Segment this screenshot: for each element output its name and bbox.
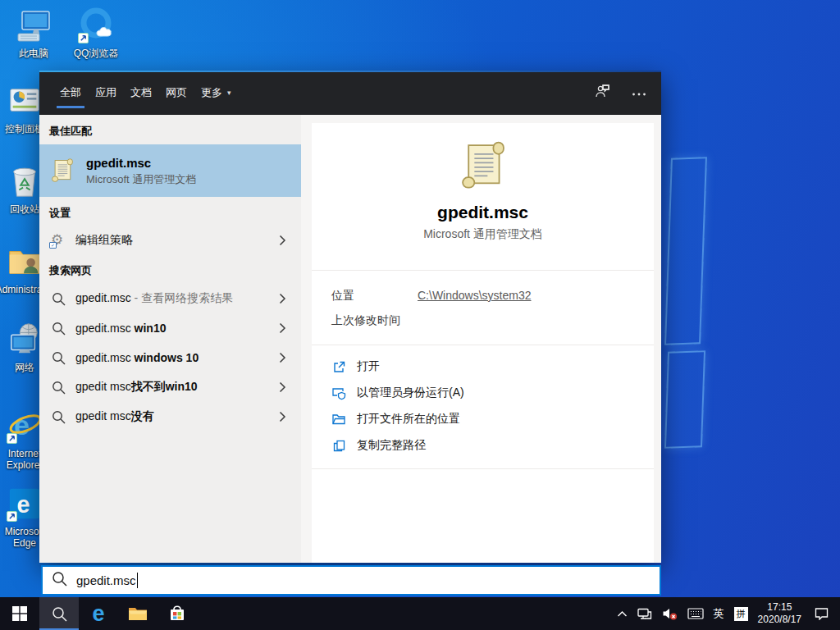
preview-pane: gpedit.msc Microsoft 通用管理文档 位置 C:\Window… — [301, 115, 661, 563]
action-open[interactable]: 打开 — [312, 354, 654, 380]
desktop-icon-label: 网络 — [15, 362, 34, 373]
touch-keyboard-icon[interactable] — [682, 597, 709, 630]
action-copy-full-path[interactable]: 复制完整路径 — [312, 432, 654, 459]
ime-language-indicator[interactable]: 英 — [709, 597, 729, 630]
wallpaper-light-beam — [664, 157, 707, 345]
internet-explorer-icon: e — [6, 407, 43, 445]
action-center-icon[interactable] — [806, 597, 840, 630]
best-match-result[interactable]: gpedit.msc Microsoft 通用管理文档 — [39, 144, 301, 197]
chevron-down-icon: ▾ — [227, 89, 231, 97]
folder-icon — [331, 413, 346, 426]
tray-expand-icon[interactable] — [612, 597, 632, 630]
search-icon — [52, 571, 67, 590]
taskbar-edge-button[interactable]: e — [79, 597, 118, 630]
preview-subtitle: Microsoft 通用管理文档 — [423, 227, 542, 242]
qq-browser-icon — [77, 7, 115, 44]
desktop-icon-label: QQ浏览器 — [74, 48, 119, 59]
microsoft-store-icon — [168, 605, 186, 623]
best-match-title: gpedit.msc — [86, 155, 196, 171]
settings-header: 设置 — [39, 197, 301, 226]
chevron-right-icon[interactable] — [279, 235, 286, 246]
text-caret — [137, 573, 139, 588]
tab-documents[interactable]: 文档 — [130, 71, 152, 115]
microsoft-edge-icon: e — [6, 485, 43, 523]
settings-result-edit-group-policy[interactable]: ⚙✓ 编辑组策略 — [39, 226, 301, 254]
tab-more[interactable]: 更多 ▾ — [201, 71, 231, 115]
search-icon — [50, 292, 66, 306]
chevron-right-icon[interactable] — [279, 381, 286, 393]
search-tabs-bar: 全部 应用 文档 网页 更多 ▾ — [39, 71, 661, 115]
taskbar-search-button[interactable] — [39, 597, 79, 630]
action-run-as-admin[interactable]: 以管理员身份运行(A) — [312, 380, 654, 406]
tab-apps[interactable]: 应用 — [95, 71, 116, 115]
desktop-icon-this-pc[interactable]: 此电脑 — [7, 7, 61, 59]
msc-document-icon — [49, 158, 75, 184]
control-panel-icon — [6, 82, 43, 120]
network-icon — [6, 321, 43, 358]
preview-title: gpedit.msc — [437, 203, 528, 222]
web-suggestion[interactable]: gpedit.msc - 查看网络搜索结果 — [39, 284, 301, 313]
search-icon — [50, 410, 66, 424]
ime-mode-indicator[interactable]: 拼 — [729, 597, 753, 630]
start-button[interactable] — [0, 597, 39, 630]
settings-result-label: 编辑组策略 — [75, 233, 133, 248]
screen: { "icons": { "caret_down": "▾", "edge_le… — [0, 0, 840, 630]
taskbar-file-explorer-button[interactable] — [118, 597, 158, 630]
taskbar-store-button[interactable] — [158, 597, 197, 630]
clock-time: 17:15 — [758, 601, 801, 614]
wallpaper-light-beam — [664, 350, 705, 449]
this-pc-icon — [15, 7, 52, 44]
taskbar: e 英 拼 — [0, 597, 840, 630]
best-match-header: 最佳匹配 — [39, 115, 301, 144]
web-suggestion[interactable]: gpedit msc没有 — [39, 402, 301, 431]
shortcut-arrow-icon — [78, 33, 89, 43]
shortcut-arrow-icon — [7, 511, 17, 522]
file-explorer-icon — [128, 605, 148, 622]
chevron-right-icon[interactable] — [279, 411, 286, 422]
edge-icon: e — [92, 603, 104, 625]
system-tray: 英 拼 17:15 2020/8/17 — [612, 597, 840, 630]
recycle-bin-icon — [6, 162, 43, 200]
web-search-header: 搜索网页 — [39, 254, 301, 284]
location-label: 位置 — [331, 289, 418, 304]
shortcut-arrow-icon — [7, 433, 17, 444]
web-suggestion[interactable]: gpedit msc找不到win10 — [39, 372, 301, 402]
chevron-right-icon[interactable] — [279, 293, 286, 304]
svg-text:e: e — [16, 491, 30, 518]
copy-icon — [331, 439, 346, 453]
search-icon — [50, 351, 66, 365]
chevron-right-icon[interactable] — [279, 322, 286, 334]
volume-muted-icon[interactable] — [657, 597, 682, 630]
feedback-icon[interactable] — [594, 84, 610, 102]
search-input-value: gpedit.msc — [76, 573, 136, 587]
desktop-icon-qq-browser[interactable]: QQ浏览器 — [69, 7, 123, 59]
chevron-right-icon[interactable] — [279, 352, 286, 363]
taskbar-clock[interactable]: 17:15 2020/8/17 — [753, 597, 806, 630]
action-open-file-location[interactable]: 打开文件所在的位置 — [312, 406, 654, 432]
desktop-icon-label: 控制面板 — [5, 123, 44, 135]
desktop-icon-label: 此电脑 — [19, 48, 48, 59]
location-link[interactable]: C:\Windows\system32 — [418, 289, 531, 304]
more-options-icon[interactable] — [632, 85, 646, 100]
search-icon — [52, 606, 67, 622]
msc-document-icon-large — [457, 139, 509, 192]
results-list: 最佳匹配 gpedit.msc Microsoft 通用管理文档 设置 ⚙✓ — [39, 115, 301, 563]
desktop-icon-label: 回收站 — [10, 203, 39, 215]
clock-date: 2020/8/17 — [758, 614, 801, 626]
tab-all[interactable]: 全部 — [60, 71, 81, 115]
search-flyout-panel: 全部 应用 文档 网页 更多 ▾ 最佳匹配 — [39, 71, 661, 563]
search-icon — [50, 381, 66, 395]
user-folder-icon — [6, 243, 43, 281]
open-icon — [331, 360, 346, 374]
web-suggestion[interactable]: gpedit.msc win10 — [39, 313, 301, 343]
search-icon — [50, 322, 66, 336]
group-policy-gear-icon: ⚙✓ — [51, 233, 66, 248]
network-icon[interactable] — [632, 597, 657, 630]
modified-label: 上次修改时间 — [331, 313, 400, 328]
tab-web[interactable]: 网页 — [166, 71, 187, 115]
search-input[interactable]: gpedit.msc — [41, 565, 661, 596]
best-match-subtitle: Microsoft 通用管理文档 — [86, 172, 196, 186]
web-suggestion[interactable]: gpedit.msc windows 10 — [39, 343, 301, 372]
admin-shield-icon — [331, 386, 346, 400]
